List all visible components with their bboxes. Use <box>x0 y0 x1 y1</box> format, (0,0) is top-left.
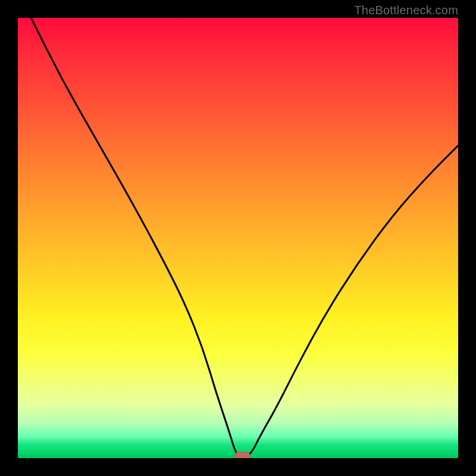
bottleneck-curve <box>31 18 458 457</box>
watermark-text: TheBottleneck.com <box>354 4 458 17</box>
chart-frame: TheBottleneck.com <box>0 0 476 476</box>
optimal-marker <box>234 452 250 458</box>
chart-overlay <box>18 18 458 458</box>
